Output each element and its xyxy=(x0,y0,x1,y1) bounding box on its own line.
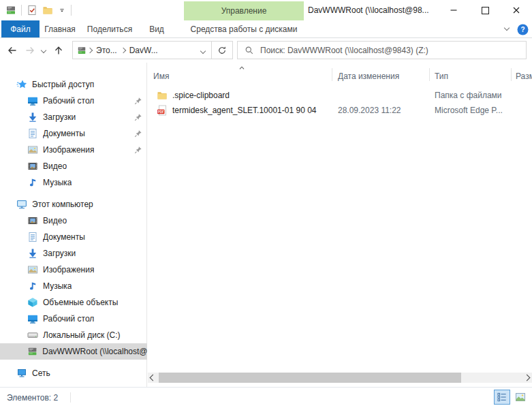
customize-caret-icon[interactable] xyxy=(58,6,66,14)
sidebar-item-label: Видео xyxy=(43,161,67,171)
up-button[interactable] xyxy=(50,42,67,59)
file-name: .spice-clipboard xyxy=(172,91,230,100)
divider xyxy=(70,392,71,403)
help-button[interactable] xyxy=(517,24,529,35)
horizontal-scrollbar[interactable] xyxy=(148,373,532,383)
items-count: Элементов: 2 xyxy=(7,393,58,403)
scroll-right-button[interactable] xyxy=(522,373,532,383)
scroll-left-button[interactable] xyxy=(148,373,158,383)
breadcrumb[interactable]: Это... DavW... xyxy=(72,41,233,59)
sidebar-item-pictures[interactable]: Изображения xyxy=(0,262,147,278)
sidebar-item-videos[interactable]: Видео xyxy=(0,158,147,174)
sidebar-section-label: Сеть xyxy=(32,368,50,378)
sidebar-item-label: Объемные объекты xyxy=(43,298,118,307)
breadcrumb-drive-icon xyxy=(77,46,87,55)
video-icon xyxy=(27,161,38,172)
toolbar-separator xyxy=(71,5,72,16)
recent-locations-button[interactable] xyxy=(38,42,49,59)
close-button[interactable] xyxy=(501,0,532,20)
contextual-tab-manage[interactable]: Управление xyxy=(184,1,304,20)
tab-disk-tools[interactable]: Средства работы с дисками xyxy=(184,20,304,37)
thumbnail-view-button[interactable] xyxy=(512,390,529,405)
pin-icon xyxy=(134,113,142,121)
search-input[interactable] xyxy=(260,46,519,55)
tab-home[interactable]: Главная xyxy=(40,20,80,37)
column-divider[interactable] xyxy=(429,68,430,81)
table-row[interactable]: .spice-clipboard Папка с файлами xyxy=(148,88,532,103)
sidebar-item-music[interactable]: Музыка xyxy=(0,278,147,294)
cube-icon xyxy=(27,297,38,308)
sidebar-item-music[interactable]: Музыка xyxy=(0,174,147,191)
sidebar-item-downloads[interactable]: Загрузки xyxy=(0,109,147,125)
chevron-right-icon xyxy=(524,375,531,381)
forward-arrow-icon xyxy=(25,45,35,56)
sidebar-item-downloads[interactable]: Загрузки xyxy=(0,245,147,262)
breadcrumb-item-davwwwroot[interactable]: DavW... xyxy=(127,46,161,55)
disk-icon xyxy=(27,330,38,341)
forward-button[interactable] xyxy=(22,42,38,59)
folder-icon xyxy=(157,90,168,101)
sidebar-item-desktop[interactable]: Рабочий стол xyxy=(0,93,147,109)
column-header-type[interactable]: Тип xyxy=(435,72,448,81)
music-icon xyxy=(27,177,38,188)
column-header-date-modified[interactable]: Дата изменения xyxy=(338,72,399,81)
file-list-pane: Имя Дата изменения Тип Разм .spice-clipb… xyxy=(148,63,532,387)
refresh-button[interactable] xyxy=(212,46,232,55)
up-arrow-icon xyxy=(53,45,64,56)
sidebar-item-pictures[interactable]: Изображения xyxy=(0,142,147,158)
back-button[interactable] xyxy=(4,42,20,59)
search-icon xyxy=(245,46,254,55)
details-view-button[interactable] xyxy=(494,390,510,405)
sidebar-section-this-pc[interactable]: Этот компьютер xyxy=(0,196,147,213)
sidebar-item-videos[interactable]: Видео xyxy=(0,213,147,229)
minimize-button[interactable] xyxy=(438,0,469,20)
pdf-icon xyxy=(157,105,168,116)
sidebar-item-label: Документы xyxy=(43,232,85,242)
table-row[interactable]: termidesk_agent_SLET.10001-01 90 04 28.0… xyxy=(148,103,532,118)
network-icon xyxy=(16,368,27,379)
sidebar-section-quick-access[interactable]: Быстрый доступ xyxy=(0,76,147,93)
sidebar-item-desktop[interactable]: Рабочий стол xyxy=(0,311,147,327)
breadcrumb-chevron-icon xyxy=(87,47,93,52)
sidebar-item-documents[interactable]: Документы xyxy=(0,229,147,245)
breadcrumb-item-this-pc[interactable]: Это... xyxy=(93,46,120,55)
maximize-icon xyxy=(482,7,489,14)
chevron-down-icon xyxy=(41,48,46,53)
scrollbar-thumb[interactable] xyxy=(159,373,461,383)
quick-access-toolbar xyxy=(5,0,72,20)
sidebar-item-davwwwroot[interactable]: DavWWWRoot (\\localhost@9 xyxy=(0,343,147,360)
status-bar: Элементов: 2 xyxy=(0,387,532,408)
sort-ascending-icon[interactable] xyxy=(237,63,247,73)
sidebar-item-label: Рабочий стол xyxy=(43,96,94,106)
column-header-size[interactable]: Разм xyxy=(516,72,532,81)
sidebar-item-label: Загрузки xyxy=(43,112,76,122)
new-folder-icon[interactable] xyxy=(42,5,53,16)
properties-check-icon[interactable] xyxy=(27,5,37,16)
network-drive-icon[interactable] xyxy=(5,5,16,16)
downloads-icon xyxy=(27,112,38,123)
sidebar-item-label: DavWWWRoot (\\localhost@9 xyxy=(42,347,147,356)
file-type: Microsoft Edge P... xyxy=(435,106,503,115)
address-dropdown-button[interactable] xyxy=(195,46,211,55)
column-divider[interactable] xyxy=(511,68,512,81)
sidebar-section-label: Быстрый доступ xyxy=(32,80,94,89)
maximize-button[interactable] xyxy=(469,0,501,20)
sidebar-item-documents[interactable]: Документы xyxy=(0,125,147,142)
file-name: termidesk_agent_SLET.10001-01 90 04 xyxy=(172,106,316,115)
sidebar-section-network[interactable]: Сеть xyxy=(0,365,147,381)
tab-view[interactable]: Вид xyxy=(139,20,174,37)
music-icon xyxy=(27,281,38,292)
chevron-left-icon xyxy=(150,375,157,381)
thumbnail-view-icon xyxy=(515,392,526,403)
sidebar-item-label: Загрузки xyxy=(43,249,76,258)
pictures-icon xyxy=(27,264,38,275)
column-divider[interactable] xyxy=(332,68,332,81)
tab-file[interactable]: Файл xyxy=(1,20,40,37)
chevron-down-icon xyxy=(200,48,206,53)
tab-share[interactable]: Поделиться xyxy=(80,20,139,37)
documents-icon xyxy=(27,232,38,242)
sidebar-item-local-disk-c[interactable]: Локальный диск (C:) xyxy=(0,327,147,343)
pin-icon xyxy=(134,129,142,138)
column-header-name[interactable]: Имя xyxy=(153,72,169,81)
sidebar-item-3d-objects[interactable]: Объемные объекты xyxy=(0,294,147,311)
